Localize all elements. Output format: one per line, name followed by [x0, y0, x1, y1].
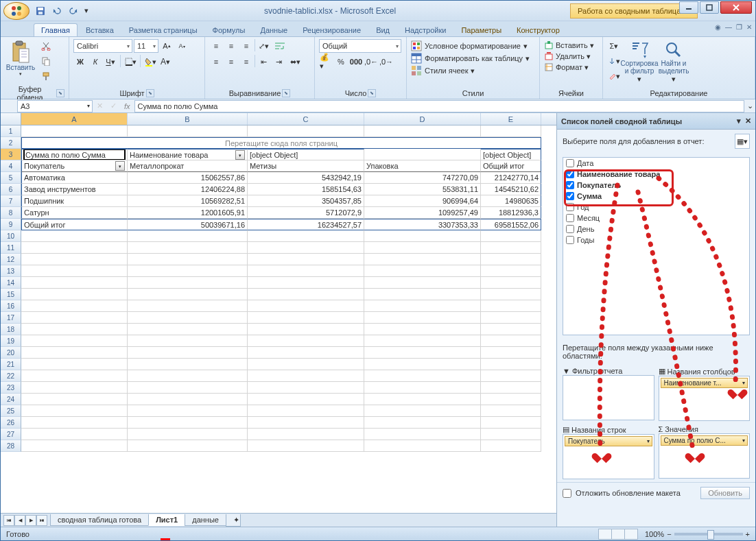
- cell[interactable]: [364, 242, 481, 254]
- pivot-field-item[interactable]: Покупатель: [563, 180, 749, 191]
- ribbon-tab-7[interactable]: Надстройки: [398, 24, 453, 36]
- filter-area[interactable]: [563, 375, 654, 420]
- cell[interactable]: [128, 382, 248, 394]
- cell[interactable]: 12406224,88: [128, 184, 248, 195]
- cell[interactable]: [128, 125, 248, 137]
- cell[interactable]: 1099257,49: [364, 207, 481, 219]
- cell[interactable]: [128, 370, 248, 382]
- cell[interactable]: [481, 440, 541, 452]
- cell[interactable]: [128, 359, 248, 370]
- format-as-table[interactable]: Форматировать как таблицу▾: [411, 53, 530, 64]
- cell[interactable]: 16234527,57: [248, 219, 364, 230]
- cell[interactable]: [21, 242, 128, 254]
- help-icon[interactable]: ◉: [715, 23, 721, 31]
- cell[interactable]: [128, 335, 248, 347]
- cell[interactable]: [248, 254, 364, 265]
- clear-button[interactable]: ▾: [607, 69, 621, 83]
- cell[interactable]: [248, 429, 364, 440]
- task-pane-close[interactable]: ✕: [745, 117, 751, 125]
- cell[interactable]: [21, 429, 128, 440]
- column-header[interactable]: C: [248, 113, 364, 125]
- cell[interactable]: 747270,09: [364, 172, 481, 184]
- cell[interactable]: Общий итог: [21, 219, 128, 230]
- cell[interactable]: [21, 405, 128, 417]
- cell[interactable]: [128, 429, 248, 440]
- cell[interactable]: 1585154,63: [248, 184, 364, 195]
- tab-last[interactable]: ⏭: [36, 515, 47, 526]
- cell[interactable]: [21, 125, 128, 137]
- cell[interactable]: 5712072,9: [248, 207, 364, 219]
- row-header[interactable]: 9: [1, 219, 21, 230]
- cell[interactable]: [364, 417, 481, 429]
- cell[interactable]: [object Object]: [481, 149, 541, 160]
- cell[interactable]: Метизы: [248, 160, 364, 172]
- field-checkbox[interactable]: [566, 214, 574, 222]
- column-header[interactable]: D: [364, 113, 481, 125]
- align-bottom[interactable]: ≡: [239, 39, 253, 53]
- increase-decimal[interactable]: ,0←: [364, 55, 378, 69]
- cell[interactable]: [481, 289, 541, 300]
- fill-color-button[interactable]: ▾: [143, 55, 157, 69]
- ribbon-tab-2[interactable]: Разметка страницы: [122, 24, 204, 36]
- cell[interactable]: [object Object]: [248, 149, 364, 160]
- fx-icon[interactable]: fx: [124, 102, 130, 110]
- row-header[interactable]: 16: [1, 300, 21, 312]
- pivot-field-item[interactable]: Дата: [563, 158, 749, 169]
- column-field-item[interactable]: Наименование т...: [661, 378, 748, 388]
- cell[interactable]: [128, 347, 248, 359]
- cell[interactable]: [364, 429, 481, 440]
- row-header[interactable]: 12: [1, 254, 21, 265]
- cancel-formula[interactable]: ✕: [93, 101, 106, 110]
- row-header[interactable]: 18: [1, 324, 21, 335]
- cell[interactable]: [481, 300, 541, 312]
- value-field-item[interactable]: Сумма по полю С...: [661, 435, 748, 446]
- field-checkbox[interactable]: [566, 225, 574, 233]
- cell[interactable]: [481, 277, 541, 289]
- cell-styles[interactable]: Стили ячеек▾: [411, 65, 475, 76]
- cell[interactable]: [481, 230, 541, 242]
- cell[interactable]: [128, 417, 248, 429]
- qat-save[interactable]: [34, 4, 47, 18]
- cell[interactable]: [21, 359, 128, 370]
- cell[interactable]: [481, 324, 541, 335]
- row-header[interactable]: 13: [1, 265, 21, 277]
- row-header[interactable]: 21: [1, 359, 21, 370]
- page-layout-view[interactable]: [611, 529, 625, 540]
- cell[interactable]: [21, 370, 128, 382]
- clipboard-launcher[interactable]: ⬊: [56, 89, 64, 97]
- cell[interactable]: Сумма по полю Сумма: [21, 149, 128, 160]
- align-left[interactable]: ≡: [209, 55, 223, 69]
- cell[interactable]: [481, 312, 541, 324]
- cell[interactable]: Завод инструментов: [21, 184, 128, 195]
- cell[interactable]: [21, 324, 128, 335]
- row-header[interactable]: 6: [1, 184, 21, 195]
- format-painter-button[interactable]: [39, 69, 53, 83]
- cell[interactable]: [481, 429, 541, 440]
- ribbon-tab-3[interactable]: Формулы: [206, 24, 252, 36]
- cell[interactable]: [481, 359, 541, 370]
- cell[interactable]: 69581552,06: [481, 219, 541, 230]
- row-header[interactable]: 5: [1, 172, 21, 184]
- cell[interactable]: [21, 289, 128, 300]
- sheet-tab[interactable]: Лист1: [148, 514, 185, 526]
- cut-button[interactable]: [39, 39, 53, 53]
- cell[interactable]: [364, 335, 481, 347]
- ribbon-tab-6[interactable]: Вид: [369, 24, 397, 36]
- row-field-item[interactable]: Покупатель: [565, 436, 652, 446]
- cell[interactable]: [128, 265, 248, 277]
- cell[interactable]: [248, 312, 364, 324]
- row-header[interactable]: 27: [1, 429, 21, 440]
- cell[interactable]: 14545210,62: [481, 184, 541, 195]
- cell[interactable]: [364, 382, 481, 394]
- cell[interactable]: [21, 265, 128, 277]
- cell[interactable]: [481, 405, 541, 417]
- cell[interactable]: [481, 335, 541, 347]
- cell[interactable]: [21, 417, 128, 429]
- field-checkbox[interactable]: [566, 192, 574, 200]
- zoom-out[interactable]: −: [667, 530, 671, 538]
- cell[interactable]: [248, 405, 364, 417]
- decrease-decimal[interactable]: ,0→: [379, 55, 393, 69]
- font-name-combo[interactable]: Calibri: [73, 39, 132, 53]
- cell[interactable]: [364, 312, 481, 324]
- sort-filter[interactable]: Сортировка и фильтр▾: [624, 39, 655, 85]
